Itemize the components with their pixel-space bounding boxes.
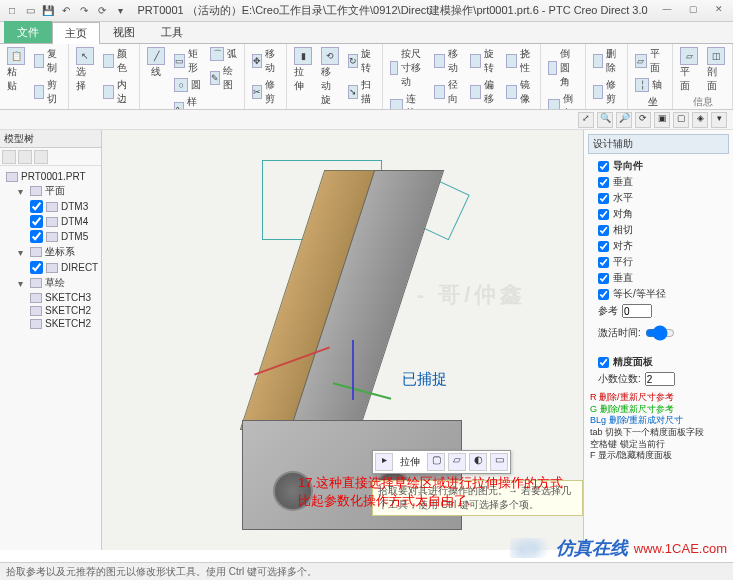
checkbox[interactable]: [598, 357, 609, 368]
section-button[interactable]: ◫剖面: [704, 46, 728, 94]
guide-item[interactable]: 相切: [588, 222, 729, 238]
close-button[interactable]: ✕: [709, 4, 729, 18]
checkbox[interactable]: [598, 177, 609, 188]
tree-item[interactable]: DTM5: [2, 229, 99, 244]
tree-item[interactable]: DIRECT: [2, 260, 99, 275]
shade-icon[interactable]: ▣: [654, 112, 670, 128]
repaint-icon[interactable]: ⟳: [635, 112, 651, 128]
csys-button[interactable]: ✦坐标系: [632, 94, 668, 110]
mirror-button[interactable]: 镜像: [503, 77, 536, 107]
guide-item[interactable]: 对角: [588, 206, 729, 222]
vis-checkbox[interactable]: [30, 200, 43, 213]
redo-icon[interactable]: ↷: [76, 3, 92, 19]
checkbox[interactable]: [598, 257, 609, 268]
collapse-icon[interactable]: ▾: [18, 186, 27, 197]
editrotate-button[interactable]: 旋转: [467, 46, 500, 76]
undo-icon[interactable]: ↶: [58, 3, 74, 19]
move-button[interactable]: ✥移动: [249, 46, 282, 76]
minimize-button[interactable]: —: [657, 4, 677, 18]
line-button[interactable]: ╱线: [144, 46, 168, 80]
tree-csys[interactable]: ▾坐标系: [2, 244, 99, 260]
tree-item[interactable]: SKETCH3: [2, 291, 99, 304]
savedview-icon[interactable]: ▾: [711, 112, 727, 128]
zoomin-icon[interactable]: 🔍: [597, 112, 613, 128]
save-icon[interactable]: 💾: [40, 3, 56, 19]
collapse-icon[interactable]: ▾: [18, 278, 27, 289]
tab-view[interactable]: 视图: [100, 21, 148, 43]
tab-home[interactable]: 主页: [52, 22, 100, 44]
maximize-button[interactable]: ▢: [683, 4, 703, 18]
wireframe-icon[interactable]: ▢: [673, 112, 689, 128]
tool-icon-4[interactable]: ▭: [490, 453, 508, 471]
windows-icon[interactable]: ▾: [112, 3, 128, 19]
tree-btn-1[interactable]: [2, 150, 16, 164]
zoomout-icon[interactable]: 🔎: [616, 112, 632, 128]
circle-button[interactable]: ○圆: [171, 77, 204, 93]
ref-input[interactable]: [622, 304, 652, 318]
guide-item[interactable]: 等长/等半径: [588, 286, 729, 302]
tool-icon-2[interactable]: ▱: [448, 453, 466, 471]
offset-button[interactable]: 偏移: [467, 77, 500, 107]
guide-item[interactable]: 对齐: [588, 238, 729, 254]
guide-item[interactable]: 垂直: [588, 174, 729, 190]
guides-master[interactable]: 导向件: [588, 158, 729, 174]
trim-button[interactable]: ✂修剪: [249, 77, 282, 107]
guide-item[interactable]: 水平: [588, 190, 729, 206]
color-button[interactable]: 颜色: [100, 46, 135, 76]
srf-merge-button[interactable]: 删除: [590, 46, 623, 76]
connect-button[interactable]: 连接: [387, 91, 428, 110]
tree-sketch[interactable]: ▾草绘: [2, 275, 99, 291]
guide-item[interactable]: 平行: [588, 254, 729, 270]
orient-icon[interactable]: ◈: [692, 112, 708, 128]
regen-icon[interactable]: ⟳: [94, 3, 110, 19]
draw-button[interactable]: ✎绘图: [207, 63, 240, 93]
tree-item[interactable]: SKETCH2: [2, 304, 99, 317]
select-button[interactable]: ↖选择: [73, 46, 97, 94]
tree-item[interactable]: SKETCH2: [2, 317, 99, 330]
paste-button[interactable]: 📋粘贴: [4, 46, 28, 94]
refit-icon[interactable]: ⤢: [578, 112, 594, 128]
checkbox[interactable]: [598, 209, 609, 220]
tree-btn-2[interactable]: [18, 150, 32, 164]
sweep-button[interactable]: ➘扫描: [345, 77, 378, 107]
copy-button[interactable]: 复制: [31, 46, 64, 76]
extrude-label[interactable]: 拉伸: [396, 453, 424, 471]
tree-item[interactable]: DTM3: [2, 199, 99, 214]
chamfer-button[interactable]: 倒角: [545, 91, 581, 110]
drag-axis-z[interactable]: [352, 340, 354, 400]
vis-checkbox[interactable]: [30, 261, 43, 274]
delay-slider[interactable]: [645, 326, 675, 340]
checkbox[interactable]: [598, 241, 609, 252]
open-icon[interactable]: ▭: [22, 3, 38, 19]
info-plane-button[interactable]: ▱平面: [677, 46, 701, 94]
dimmove-button[interactable]: 按尺寸移动: [387, 46, 428, 90]
srf-trim-button[interactable]: 修剪: [590, 77, 623, 107]
checkbox[interactable]: [598, 161, 609, 172]
new-icon[interactable]: □: [4, 3, 20, 19]
tab-file[interactable]: 文件: [4, 21, 52, 43]
axis-button[interactable]: ╎轴: [632, 77, 668, 93]
editmove-button[interactable]: 移动: [431, 46, 464, 76]
rotate-button[interactable]: ↻旋转: [345, 46, 378, 76]
inside-button[interactable]: 内边: [100, 77, 135, 107]
eng-round-button[interactable]: 倒圆角: [545, 46, 581, 90]
plane-button[interactable]: ▱平面: [632, 46, 668, 76]
extrude-button[interactable]: ▮拉伸: [291, 46, 315, 94]
collapse-icon[interactable]: ▾: [18, 247, 27, 258]
cut-button[interactable]: 剪切: [31, 77, 64, 107]
vis-checkbox[interactable]: [30, 230, 43, 243]
radial-button[interactable]: 径向: [431, 77, 464, 107]
rect-button[interactable]: ▭矩形: [171, 46, 204, 76]
tree-root[interactable]: PRT0001.PRT: [2, 170, 99, 183]
tree-planes[interactable]: ▾平面: [2, 183, 99, 199]
checkbox[interactable]: [598, 225, 609, 236]
moverot-button[interactable]: ⟲移动旋转: [318, 46, 342, 110]
spline-button[interactable]: ∿样条: [171, 94, 204, 110]
guide-item[interactable]: 垂直: [588, 270, 729, 286]
tool-icon-3[interactable]: ◐: [469, 453, 487, 471]
checkbox[interactable]: [598, 193, 609, 204]
tree-btn-3[interactable]: [34, 150, 48, 164]
tree-item[interactable]: DTM4: [2, 214, 99, 229]
checkbox[interactable]: [598, 289, 609, 300]
model-tree[interactable]: PRT0001.PRT ▾平面 DTM3 DTM4 DTM5 ▾坐标系 DIRE…: [0, 166, 101, 550]
